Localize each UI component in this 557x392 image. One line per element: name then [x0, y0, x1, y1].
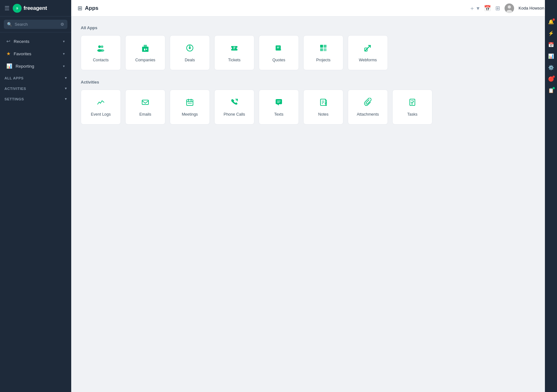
alert-side-icon[interactable]: 🔴: [548, 76, 554, 82]
settings-icon[interactable]: ⚙: [60, 22, 64, 27]
all-apps-chevron: ▾: [65, 76, 67, 80]
app-card-phone-calls[interactable]: Phone Calls: [214, 90, 254, 125]
app-card-quotes[interactable]: Quotes: [259, 35, 299, 70]
svg-rect-24: [324, 45, 327, 48]
emails-icon: [141, 98, 150, 109]
sidebar-item-favorites[interactable]: ★ Favorites ▾: [2, 48, 69, 60]
activities-grid: Event Logs Emails: [81, 90, 535, 125]
topbar-left: ⊞ Apps: [78, 5, 99, 12]
search-icon: 🔍: [7, 22, 12, 27]
tickets-icon: [230, 44, 239, 55]
filter-side-icon[interactable]: ⚙️: [548, 65, 554, 71]
user-name[interactable]: Koda Howson: [519, 6, 544, 10]
favorites-label: Favorites: [14, 51, 31, 56]
svg-rect-37: [276, 99, 282, 104]
svg-point-16: [237, 47, 238, 49]
calendar-side-icon[interactable]: 📅: [548, 42, 554, 48]
search-box[interactable]: 🔍 Search ⚙: [4, 20, 67, 29]
phone-calls-icon: [230, 98, 239, 109]
event-logs-label: Event Logs: [91, 112, 111, 117]
contacts-icon: [96, 44, 105, 55]
hamburger-icon[interactable]: ☰: [4, 5, 10, 12]
svg-point-2: [508, 5, 511, 9]
notification-icon[interactable]: 🔔: [548, 19, 554, 25]
sidebar-header: ☰ freeagent: [0, 0, 71, 17]
calendar-icon[interactable]: 📅: [484, 5, 491, 12]
app-card-tasks[interactable]: Tasks: [392, 90, 432, 125]
svg-point-35: [191, 103, 192, 104]
grid-view-icon[interactable]: ⊞: [495, 5, 500, 12]
projects-label: Projects: [316, 58, 330, 62]
deals-icon: [185, 44, 194, 55]
emails-label: Emails: [139, 112, 151, 117]
projects-icon: [319, 44, 328, 55]
app-card-deals[interactable]: Deals: [170, 35, 210, 70]
svg-rect-11: [146, 49, 147, 50]
settings-chevron: ▾: [65, 97, 67, 101]
add-button[interactable]: ＋ ▾: [469, 4, 479, 12]
logo-area: freeagent: [13, 4, 47, 13]
phone-calls-label: Phone Calls: [223, 112, 245, 117]
app-card-companies[interactable]: Companies: [125, 35, 165, 70]
texts-label: Texts: [274, 112, 283, 117]
tickets-label: Tickets: [228, 58, 240, 62]
main-content: All Apps Contacts: [71, 17, 545, 392]
recents-label: Recents: [14, 39, 30, 44]
app-card-notes[interactable]: Notes: [303, 90, 343, 125]
svg-rect-23: [320, 45, 323, 48]
svg-rect-26: [324, 48, 327, 51]
chart-side-icon[interactable]: 📊: [548, 53, 554, 59]
reporting-icon: 📊: [6, 63, 12, 69]
deals-label: Deals: [185, 58, 195, 62]
notes-label: Notes: [318, 112, 329, 117]
event-logs-icon: [96, 98, 105, 109]
svg-marker-38: [277, 104, 279, 105]
app-card-meetings[interactable]: Meetings: [170, 90, 210, 125]
app-card-tickets[interactable]: Tickets: [214, 35, 254, 70]
sidebar-item-recents[interactable]: ↩ Recents ▾: [2, 35, 69, 47]
svg-rect-28: [142, 100, 148, 105]
settings-section-label: SETTINGS: [4, 97, 24, 101]
sidebar-item-reporting[interactable]: 📊 Reporting ▾: [2, 60, 69, 72]
app-card-webforms[interactable]: Webforms: [348, 35, 388, 70]
svg-point-15: [230, 47, 232, 49]
app-card-event-logs[interactable]: Event Logs: [81, 90, 121, 125]
app-card-attachments[interactable]: Attachments: [348, 90, 388, 125]
logo-icon: [13, 4, 22, 13]
activity-icon[interactable]: ⚡: [548, 30, 554, 36]
svg-rect-45: [410, 99, 415, 105]
contacts-label: Contacts: [93, 58, 108, 62]
topbar-right: ＋ ▾ 📅 ⊞ Koda Howson ▾: [469, 3, 551, 13]
svg-point-5: [101, 45, 103, 48]
webforms-label: Webforms: [359, 58, 377, 62]
activities-chevron: ▾: [65, 86, 67, 91]
sidebar-search-area: 🔍 Search ⚙: [0, 17, 71, 32]
svg-point-4: [98, 45, 101, 48]
avatar: [505, 3, 514, 13]
favorites-chevron: ▾: [63, 52, 65, 56]
app-card-texts[interactable]: Texts: [259, 90, 299, 125]
sidebar: ☰ freeagent 🔍 Search ⚙ ↩ Recents ▾ ★ Fav…: [0, 0, 71, 392]
tasks-label: Tasks: [407, 112, 417, 117]
svg-point-0: [15, 6, 19, 10]
app-card-projects[interactable]: Projects: [303, 35, 343, 70]
section-activities[interactable]: ACTIVITIES ▾: [0, 84, 71, 93]
svg-rect-9: [144, 45, 147, 47]
app-card-emails[interactable]: Emails: [125, 90, 165, 125]
texts-icon: [274, 98, 283, 109]
recents-icon: ↩: [6, 38, 10, 44]
search-placeholder: Search: [15, 22, 28, 27]
section-all-apps[interactable]: ALL APPS ▾: [0, 73, 71, 83]
page-title: Apps: [85, 5, 99, 11]
svg-point-33: [188, 103, 189, 104]
reporting-chevron: ▾: [63, 64, 65, 68]
quotes-icon: [274, 44, 283, 55]
attachments-label: Attachments: [357, 112, 379, 117]
app-card-contacts[interactable]: Contacts: [81, 35, 121, 70]
right-panel: 🔔 ⚡ 📅 📊 ⚙️ 🔴 📋: [545, 0, 557, 392]
document-side-icon[interactable]: 📋: [548, 88, 554, 93]
notes-icon: [319, 98, 328, 109]
section-settings[interactable]: SETTINGS ▾: [0, 94, 71, 104]
companies-label: Companies: [135, 58, 155, 62]
attachments-icon: [363, 98, 372, 109]
